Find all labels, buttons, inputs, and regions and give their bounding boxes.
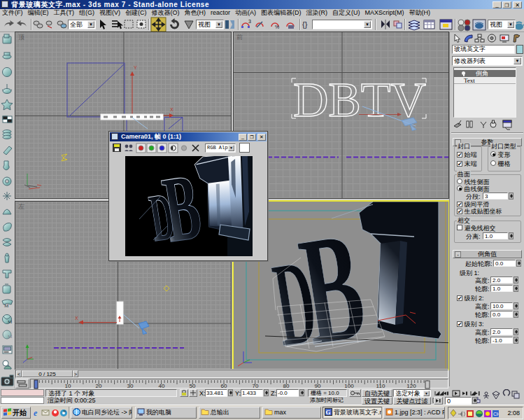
svg-text:100: 100 [344, 383, 354, 389]
svg-text:Y: Y [134, 65, 137, 70]
svg-text:CH: CH [493, 412, 499, 416]
svg-text:G: G [326, 409, 331, 416]
svg-text:%: % [275, 24, 279, 29]
svg-text:M: M [8, 319, 13, 325]
svg-text:X: X [75, 316, 78, 321]
svg-text:30: 30 [127, 383, 134, 389]
svg-text:90: 90 [315, 383, 321, 389]
svg-text:3: 3 [248, 19, 251, 24]
svg-text:80: 80 [283, 383, 290, 389]
svg-text:10: 10 [65, 383, 71, 389]
svg-text:M: M [4, 303, 9, 309]
svg-text:M: M [8, 334, 13, 340]
svg-text:40: 40 [159, 383, 165, 389]
svg-text:左: 左 [18, 203, 24, 210]
svg-text:110: 110 [376, 383, 385, 389]
svg-text:X: X [170, 107, 174, 112]
svg-text:{}: {} [302, 20, 308, 29]
svg-text:120: 120 [406, 383, 416, 389]
svg-text:60: 60 [221, 383, 227, 389]
svg-text:e: e [34, 408, 38, 418]
svg-text:70: 70 [253, 383, 259, 389]
svg-text:50: 50 [190, 383, 196, 389]
svg-text:顶: 顶 [18, 34, 24, 41]
svg-text:20: 20 [96, 383, 102, 389]
svg-text:DBTV: DBTV [293, 73, 426, 127]
svg-text:前: 前 [236, 34, 243, 41]
